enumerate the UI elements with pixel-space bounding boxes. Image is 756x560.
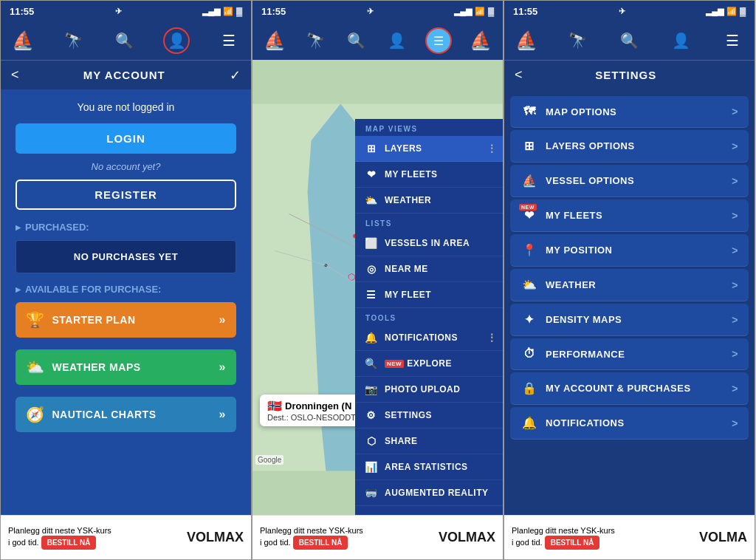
menu-item-nearme[interactable]: ◎ NEAR ME	[355, 256, 503, 282]
settings-item-notifications[interactable]: 🔔 NOTIFICATIONS >	[510, 407, 749, 440]
ad-btn-2[interactable]: BESTILL NÅ	[293, 536, 348, 550]
myposition-label: MY POSITION	[546, 245, 613, 256]
ship-icon-2b[interactable]: ⛵	[469, 29, 492, 52]
menu-item-explore[interactable]: 🔍 NEW EXPLORE	[355, 351, 503, 377]
settings-item-myposition[interactable]: 📍 MY POSITION >	[510, 234, 749, 267]
settings-item-myfleets[interactable]: NEW❤ MY FLEETS >	[510, 199, 749, 232]
status-bar-1: 11:55 ✈ ▂▄▆ 📶 ▓	[1, 1, 251, 21]
menu-item-weather-label: WEATHER	[385, 195, 431, 205]
account-content-area: You are not logged in LOGIN No account y…	[1, 89, 251, 559]
nav-bar-1: ⛵ 🔭 🔍 👤 ☰	[1, 21, 251, 60]
wifi-icon-3: 📶	[726, 7, 737, 16]
page-header-account: < MY ACCOUNT ✓	[1, 60, 251, 89]
mapoptions-label: MAP OPTIONS	[546, 106, 616, 117]
page-title-3: SETTINGS	[523, 69, 729, 81]
panel-map: 11:55 ✈ ▂▄▆ 📶 ▓ ⛵ 🔭 🔍 👤 ☰ ⛵	[252, 0, 504, 560]
mapoptions-arrow: >	[732, 106, 738, 117]
status-bar-3: 11:55 ✈ ▂▄▆ 📶 ▓	[504, 1, 755, 21]
layers-dots: ⋮	[487, 143, 498, 154]
menu-item-layers-label: LAYERS	[385, 143, 422, 154]
settings-item-mapoptions[interactable]: 🗺 MAP OPTIONS >	[510, 96, 749, 128]
explore-icon: 🔍	[364, 358, 379, 369]
nav-bar-3: ⛵ 🔭 🔍 👤 ☰	[504, 21, 755, 60]
ad-btn-1[interactable]: BESTILL NÅ	[41, 536, 97, 550]
back-button-1[interactable]: <	[11, 67, 19, 83]
menu-item-nearme-label: NEAR ME	[385, 264, 428, 274]
starter-plan-button[interactable]: 🏆 STARTER PLAN »	[16, 302, 236, 338]
ship-icon-2[interactable]: ⛵	[263, 29, 286, 52]
menu-header-mapviews: MAP VIEWS	[355, 119, 503, 136]
search-icon-1[interactable]: 🔍	[113, 29, 137, 52]
profile-icon-1[interactable]: 👤	[163, 27, 190, 54]
nautical-charts-button[interactable]: 🧭 NAUTICAL CHARTS »	[16, 397, 236, 432]
login-button[interactable]: LOGIN	[16, 123, 236, 154]
page-header-settings: < SETTINGS	[504, 60, 755, 89]
menu-icon-1[interactable]: ☰	[217, 29, 241, 52]
search-icon-2[interactable]: 🔍	[344, 29, 368, 52]
search-icon-3[interactable]: 🔍	[618, 29, 642, 52]
available-label: AVAILABLE FOR PURCHASE:	[16, 284, 236, 295]
menu-item-weather[interactable]: ⛅ WEATHER	[355, 188, 503, 214]
weather-maps-button[interactable]: ⛅ WEATHER MAPS »	[16, 349, 236, 385]
mapoptions-icon: 🗺	[520, 105, 538, 118]
myposition-icon: 📍	[520, 243, 538, 257]
profile-icon-3[interactable]: 👤	[669, 29, 693, 52]
ship-icon-1[interactable]: ⛵	[11, 29, 35, 52]
menu-item-layers[interactable]: ⊞ LAYERS ⋮	[355, 136, 503, 162]
register-button[interactable]: REGISTER	[16, 180, 236, 210]
status-bar-2: 11:55 ✈ ▂▄▆ 📶 ▓	[252, 1, 503, 21]
menu-item-ar[interactable]: 🥽 AUGMENTED REALITY	[355, 480, 503, 506]
time-2: 11:55	[261, 6, 286, 17]
myfleets-icon: ❤	[364, 168, 379, 180]
map-area[interactable]: ⬡ ⬡ ◆ ⬡ ⬡ 🇳🇴 Dronningen (N Dest.: OSLO-N…	[252, 60, 503, 515]
ship-icon-3[interactable]: ⛵	[515, 29, 538, 52]
menu-item-settings-label: SETTINGS	[385, 410, 432, 420]
menu-item-notifications[interactable]: 🔔 NOTIFICATIONS ⋮	[355, 325, 503, 351]
menu-item-myfleet[interactable]: ☰ MY FLEET	[355, 282, 503, 308]
binoculars-icon-3[interactable]: 🔭	[566, 29, 590, 52]
settings-panel-content: 🗺 MAP OPTIONS > ⊞ LAYERS OPTIONS > ⛵ VES…	[504, 89, 755, 559]
settings-item-densitymaps[interactable]: ✦ DENSITY MAPS >	[510, 304, 749, 336]
settings-item-vesseloptions[interactable]: ⛵ VESSEL OPTIONS >	[510, 165, 749, 197]
layersoptions-icon: ⊞	[520, 139, 538, 153]
check-button-1[interactable]: ✓	[230, 67, 241, 83]
side-menu: MAP VIEWS ⊞ LAYERS ⋮ ❤ MY FLEETS ⛅ WEATH…	[355, 119, 503, 515]
binoculars-icon-1[interactable]: 🔭	[62, 29, 86, 52]
wifi-icon-2: 📶	[475, 7, 485, 16]
settings-item-accountpurchases[interactable]: 🔒 MY ACCOUNT & PURCHASES >	[510, 372, 749, 405]
purchased-label: PURCHASED:	[16, 222, 236, 233]
no-account-text: No account yet?	[16, 161, 236, 172]
menu-icon-2[interactable]: ☰	[425, 27, 452, 54]
accountpurchases-label: MY ACCOUNT & PURCHASES	[546, 383, 691, 394]
location-icon-1: ✈	[115, 7, 122, 16]
menu-item-explore-label: EXPLORE	[407, 358, 452, 369]
menu-item-areastats-label: AREA STATISTICS	[385, 462, 468, 472]
densitymaps-label: DENSITY MAPS	[546, 314, 622, 325]
areastats-icon: 📊	[364, 461, 379, 473]
profile-icon-2[interactable]: 👤	[385, 29, 408, 52]
binoculars-icon-2[interactable]: 🔭	[303, 29, 327, 52]
settings-list: 🗺 MAP OPTIONS > ⊞ LAYERS OPTIONS > ⛵ VES…	[504, 89, 755, 515]
starter-plan-icon: 🏆	[26, 311, 45, 329]
signal-icon-3: ▂▄▆	[706, 7, 724, 16]
ad-btn-3[interactable]: BESTILL NÅ	[545, 536, 600, 550]
menu-item-vessels[interactable]: ⬜ VESSELS IN AREA	[355, 231, 503, 256]
notifications-settings-icon: 🔔	[520, 416, 538, 430]
menu-icon-3[interactable]: ☰	[721, 29, 744, 52]
menu-item-myfleets[interactable]: ❤ MY FLEETS	[355, 162, 503, 188]
settings-item-performance[interactable]: ⏱ PERFORMANCE >	[510, 338, 749, 370]
settings-item-weather[interactable]: ⛅ WEATHER >	[510, 269, 749, 301]
accountpurchases-arrow: >	[732, 383, 738, 395]
menu-item-share[interactable]: ⬡ SHARE	[355, 428, 503, 454]
google-watermark: Google	[255, 455, 284, 465]
menu-item-settings[interactable]: ⚙ SETTINGS	[355, 403, 503, 428]
back-button-3[interactable]: <	[515, 67, 523, 83]
menu-item-areastats[interactable]: 📊 AREA STATISTICS	[355, 454, 503, 480]
panel-settings: 11:55 ✈ ▂▄▆ 📶 ▓ ⛵ 🔭 🔍 👤 ☰ < SETTINGS 🗺 M…	[504, 0, 755, 560]
vesseloptions-icon: ⛵	[520, 174, 538, 188]
settings-item-layersoptions[interactable]: ⊞ LAYERS OPTIONS >	[510, 130, 749, 163]
battery-icon-2: ▓	[488, 7, 494, 16]
nav-bar-2: ⛵ 🔭 🔍 👤 ☰ ⛵	[252, 21, 503, 60]
menu-item-photoupload[interactable]: 📷 PHOTO UPLOAD	[355, 377, 503, 403]
menu-item-myfleets-label: MY FLEETS	[385, 169, 438, 180]
